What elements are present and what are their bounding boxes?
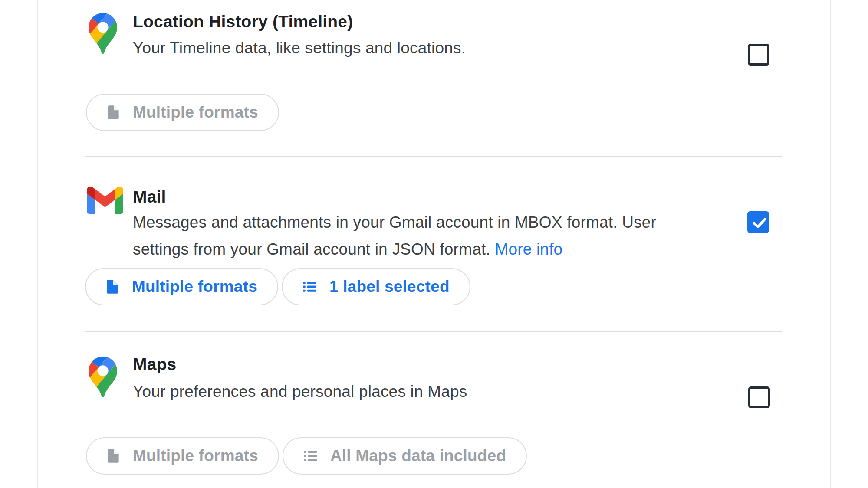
file-icon bbox=[104, 278, 121, 295]
multiple-formats-chip[interactable]: Multiple formats bbox=[86, 437, 279, 475]
chip-label: Multiple formats bbox=[133, 103, 258, 121]
chip-label: Multiple formats bbox=[132, 278, 257, 296]
google-maps-pin-icon bbox=[89, 357, 117, 399]
service-description: Your Timeline data, like settings and lo… bbox=[133, 35, 706, 62]
multiple-formats-chip[interactable]: Multiple formats bbox=[85, 268, 278, 305]
mail-checkbox[interactable] bbox=[747, 211, 769, 233]
chip-row: Multiple formats bbox=[86, 94, 279, 131]
labels-selected-chip[interactable]: 1 label selected bbox=[282, 268, 470, 305]
all-data-included-chip[interactable]: All Maps data included bbox=[283, 437, 527, 475]
maps-checkbox[interactable] bbox=[748, 386, 770, 408]
service-description: Your preferences and personal places in … bbox=[133, 378, 706, 405]
list-icon bbox=[301, 278, 318, 295]
description-text: Messages and attachments in your Gmail a… bbox=[133, 213, 656, 258]
chip-row: Multiple formats All Maps data included bbox=[86, 437, 527, 475]
multiple-formats-chip[interactable]: Multiple formats bbox=[86, 94, 279, 131]
service-title: Location History (Timeline) bbox=[133, 10, 353, 34]
location-history-checkbox[interactable] bbox=[748, 44, 769, 66]
gmail-icon bbox=[87, 187, 123, 216]
file-icon bbox=[105, 104, 122, 121]
list-icon bbox=[302, 447, 319, 465]
service-row-location-history: Location History (Timeline) Your Timelin… bbox=[0, 0, 868, 156]
google-maps-pin-icon bbox=[89, 13, 117, 56]
service-row-maps: Maps Your preferences and personal place… bbox=[0, 332, 868, 488]
more-info-link[interactable]: More info bbox=[495, 240, 562, 258]
chip-label: 1 label selected bbox=[329, 278, 450, 296]
service-title: Maps bbox=[133, 352, 177, 377]
service-row-mail: Mail Messages and attachments in your Gm… bbox=[0, 156, 868, 331]
service-description: Messages and attachments in your Gmail a… bbox=[133, 209, 706, 263]
service-title: Mail bbox=[133, 185, 166, 209]
chip-label: Multiple formats bbox=[133, 447, 258, 465]
chip-label: All Maps data included bbox=[330, 447, 506, 465]
chip-row: Multiple formats 1 label selected bbox=[85, 268, 470, 305]
file-icon bbox=[105, 448, 122, 464]
